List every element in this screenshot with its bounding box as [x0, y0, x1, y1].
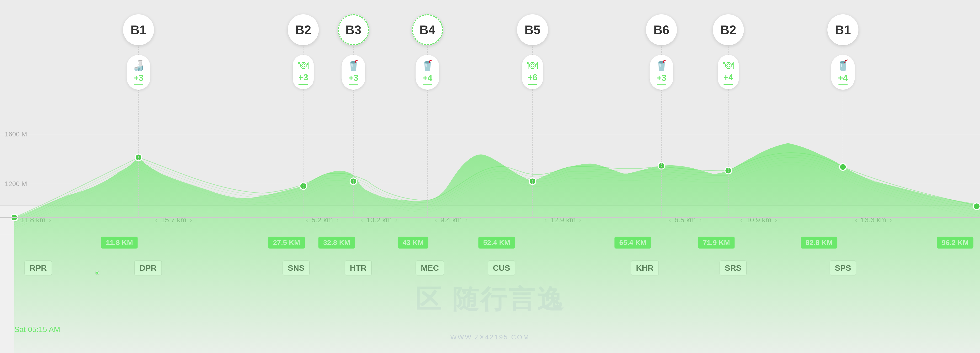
dot-end [973, 203, 980, 210]
service-glyph-b2-2: 🍽 [723, 59, 733, 71]
service-count-b3: +3 [348, 73, 358, 83]
service-bar-b5 [528, 84, 537, 85]
service-icon-b2-1: 🍽 +3 [293, 55, 314, 89]
service-count-b5: +6 [528, 73, 537, 82]
service-icon-b4: 🥤 +4 [416, 55, 439, 90]
service-count-b1-2: +4 [838, 73, 848, 83]
service-bar-b2-1 [299, 84, 308, 85]
service-glyph-b6: 🥤 [655, 59, 668, 71]
chart-container: 1600 M 1200 M 800 M [0, 0, 980, 353]
waypoint-b2-2[interactable]: B2 [713, 14, 744, 45]
waypoint-b1-2[interactable]: B1 [827, 14, 859, 45]
waypoint-b4[interactable]: B4 [412, 14, 443, 45]
service-icon-b3: 🥤 +3 [342, 55, 365, 90]
waypoint-b5[interactable]: B5 [517, 14, 548, 45]
service-icon-b1-2: 🥤 +4 [831, 55, 855, 90]
service-glyph-b1-1: 🍶 [132, 59, 145, 71]
service-glyph-b3: 🥤 [347, 59, 360, 71]
waypoint-b1-1[interactable]: B1 [123, 14, 154, 45]
waypoint-b6[interactable]: B6 [646, 14, 677, 45]
service-glyph-b1-2: 🥤 [837, 59, 850, 71]
service-glyph-b2-1: 🍽 [298, 59, 309, 71]
service-bar-b6 [657, 84, 666, 85]
waypoint-b2-1[interactable]: B2 [288, 14, 319, 45]
service-bar-b4 [423, 84, 432, 85]
service-icon-b2-2: 🍽 +4 [718, 55, 739, 89]
service-bar-b3 [348, 84, 358, 85]
waypoint-b3[interactable]: B3 [338, 14, 369, 45]
service-count-b4: +4 [422, 73, 432, 83]
service-icon-b5: 🍽 +6 [522, 55, 543, 89]
service-count-b6: +3 [656, 73, 666, 83]
service-icon-b6: 🥤 +3 [650, 55, 673, 90]
service-glyph-b5: 🍽 [527, 59, 538, 71]
service-bar-b1-2 [838, 84, 848, 85]
service-glyph-b4: 🥤 [421, 59, 434, 71]
service-icon-b1-1: 🍶 +3 [127, 55, 150, 90]
service-count-b1-1: +3 [134, 73, 143, 83]
service-bar-b2-2 [724, 84, 733, 85]
elevation-svg [0, 0, 980, 353]
service-count-b2-1: +3 [298, 73, 308, 82]
service-count-b2-2: +4 [723, 73, 733, 82]
service-bar-b1-1 [134, 84, 143, 85]
